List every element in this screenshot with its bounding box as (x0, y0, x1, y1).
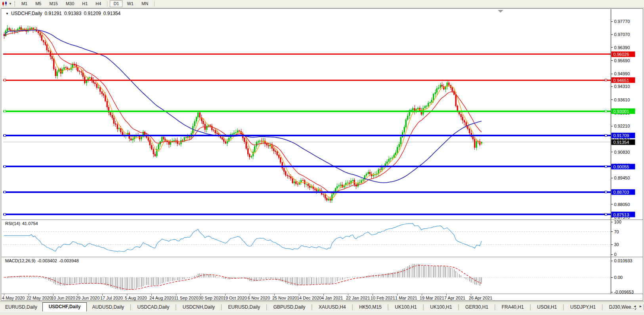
tab-separator: │ (493, 304, 497, 311)
macd-tick-label: 0.010933 (614, 258, 633, 263)
line-anchor-handle[interactable] (605, 134, 607, 136)
date-tick-label: 25 Nov 2020 (272, 296, 297, 300)
line-anchor-handle[interactable] (4, 110, 6, 112)
date-tick-label: 29 Jun 2020 (76, 296, 100, 300)
date-tick-label: 17 Jul 2020 (100, 296, 123, 300)
price-tick-label: 0.90830 (614, 150, 630, 155)
svg-text:0.94651: 0.94651 (613, 78, 629, 83)
macd-tick-label: -0.009653 (614, 290, 634, 294)
line-anchor-handle[interactable] (4, 134, 6, 136)
line-anchor-handle[interactable] (4, 166, 6, 168)
tab-separator: │ (529, 304, 532, 311)
ohlc-open: 0.91291 (45, 11, 62, 16)
line-anchor-handle[interactable] (605, 110, 607, 112)
date-tick-label: 30 Sep 2020 (199, 296, 223, 300)
date-tick-label: 4 May 2020 (2, 296, 25, 300)
tab-separator: │ (422, 304, 425, 311)
svg-text:0.91354: 0.91354 (613, 140, 629, 145)
chart-tab-ger30-h1[interactable]: GER30,H1 (460, 303, 493, 311)
date-tick-label: 19 Oct 2020 (223, 296, 247, 300)
line-anchor-handle[interactable] (605, 191, 607, 193)
svg-text:0.90055: 0.90055 (613, 164, 629, 169)
price-tick-label: 0.89450 (614, 176, 630, 180)
chart-tab-uk100-h1[interactable]: UK100,H1 (390, 303, 422, 311)
chart-tab-xauusd-h4[interactable]: XAUUSD,H4 (313, 303, 351, 311)
tab-scroll-left-icon[interactable]: ◄ (633, 304, 636, 308)
chart-tab-usdcad-daily[interactable]: USDCAD,Daily (132, 303, 175, 311)
date-tick-label: 7 Apr 2021 (444, 296, 465, 300)
date-tick-label: 19 Mar 2021 (420, 296, 444, 300)
tab-separator: │ (351, 304, 354, 311)
date-tick-label: 14 Dec 2020 (297, 296, 321, 300)
chevron-down-icon[interactable]: ▼ (6, 12, 9, 15)
date-tick-label: 1 Mar 2021 (395, 296, 417, 300)
macd-tick-label: 0.00 (614, 275, 623, 280)
tab-separator: │ (129, 304, 132, 311)
date-tick-label: 26 Apr 2021 (469, 296, 492, 300)
chart-tab-usdcnh-daily[interactable]: USDCNH,Daily (178, 303, 220, 311)
chart-tab-usdjpy-h1[interactable]: USDJPY,H1 (565, 303, 601, 311)
date-tick-label: 10 Feb 2021 (371, 296, 395, 300)
date-tick-label: 10 Jun 2020 (51, 296, 75, 300)
rsi-indicator-label: RSI(14)41.0754 (5, 221, 40, 226)
chart-tab-usoil-h1[interactable]: USOil,H1 (532, 303, 562, 311)
date-tick-label: 5 Aug 2020 (125, 296, 147, 300)
chart-title: ▼USDCHF,Daily0.912910.913830.912090.9135… (6, 11, 120, 16)
date-tick-label: 22 Jan 2021 (346, 296, 370, 300)
svg-text:0.93001: 0.93001 (613, 109, 629, 114)
chart-tab-eurusd-daily[interactable]: EURUSD,Daily (0, 303, 42, 311)
chart-tab-usdchf-daily[interactable]: USDCHF,Daily (42, 302, 87, 311)
date-tick-label: 22 May 2020 (27, 296, 52, 300)
tab-separator: │ (387, 304, 390, 311)
svg-text:0.87513: 0.87513 (613, 212, 629, 217)
chart-tab-uk100-h1[interactable]: UK100,H1 (425, 303, 457, 311)
chart-tab-eurusd-daily[interactable]: EURUSD,Daily (223, 303, 266, 311)
line-anchor-handle[interactable] (4, 79, 6, 81)
chart-tab-hk50-m15[interactable]: HK50,M15 (354, 303, 387, 311)
tab-separator: │ (310, 304, 313, 311)
rsi-tick-label: 70 (614, 229, 619, 234)
rsi-tick-label: 30 (614, 242, 619, 247)
svg-text:0.88703: 0.88703 (613, 190, 629, 195)
price-tick-label: 0.94990 (614, 71, 630, 76)
line-anchor-handle[interactable] (605, 166, 607, 168)
price-tick-label: 0.92210 (614, 124, 630, 128)
chart-tab-audusd-daily[interactable]: AUDUSD,Daily (87, 303, 129, 311)
tab-separator: │ (220, 304, 223, 311)
price-tick-label: 0.97770 (614, 19, 630, 24)
price-tick-label: 0.95690 (614, 58, 630, 63)
date-tick-label: 6 Nov 2020 (248, 296, 270, 300)
line-anchor-handle[interactable] (4, 214, 6, 216)
symbol-tabbar: EURUSD,DailyUSDCHF,DailyAUDUSD,Daily│USD… (0, 302, 644, 311)
date-tick-label: 11 Sep 2020 (174, 296, 199, 300)
tab-separator: │ (562, 304, 565, 311)
ohlc-low: 0.91209 (84, 11, 101, 16)
chart-canvas[interactable]: 0.977700.970700.963900.956900.949900.943… (0, 0, 644, 315)
ohlc-close: 0.91354 (103, 11, 120, 16)
rsi-tick-label: 0 (614, 252, 617, 257)
price-tick-label: 0.93610 (614, 97, 630, 102)
tab-scroll-right-icon[interactable]: ► (639, 304, 642, 308)
chart-tab-fra40-h1[interactable]: FRA40,H1 (497, 303, 529, 311)
status-strip (0, 311, 644, 315)
tab-separator: │ (457, 304, 461, 311)
tab-separator: │ (174, 304, 178, 311)
line-anchor-handle[interactable] (4, 191, 6, 193)
tab-separator: │ (265, 304, 268, 311)
chart-symbol: USDCHF,Daily (11, 11, 42, 16)
macd-indicator-label: MACD(12,26,9)-0.003402-0.003948 (5, 258, 81, 263)
svg-text:0.91709: 0.91709 (613, 133, 629, 138)
price-tick-label: 0.96390 (614, 45, 630, 50)
line-anchor-handle[interactable] (605, 214, 607, 216)
svg-text:0.96026: 0.96026 (613, 52, 629, 57)
chart-tab-gbpusd-daily[interactable]: GBPUSD,Daily (268, 303, 311, 311)
date-tick-label: 4 Jan 2021 (321, 296, 343, 300)
price-tick-label: 0.88050 (614, 202, 630, 207)
tab-separator: │ (601, 304, 604, 311)
line-anchor-handle[interactable] (605, 79, 607, 81)
date-tick-label: 24 Aug 2020 (149, 296, 174, 300)
ohlc-high: 0.91383 (64, 11, 81, 16)
price-tick-label: 0.94310 (614, 84, 630, 89)
price-tick-label: 0.97070 (614, 32, 630, 37)
rsi-tick-label: 100 (614, 220, 621, 224)
